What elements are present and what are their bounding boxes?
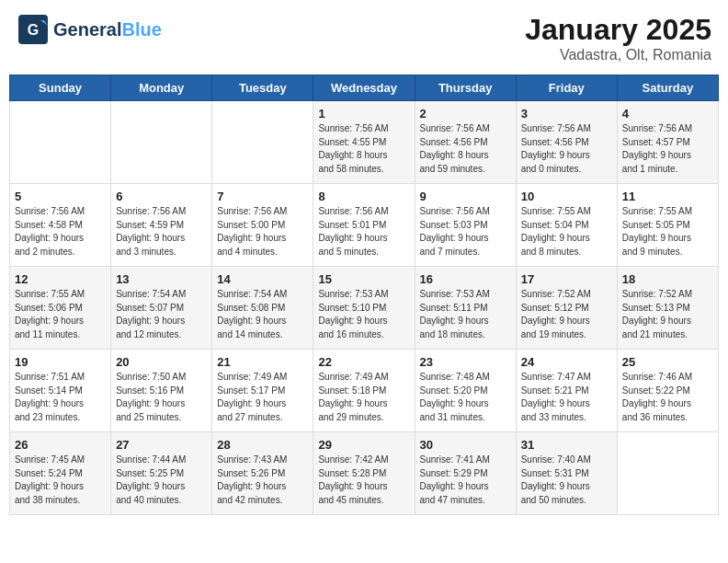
calendar-cell: 22Sunrise: 7:49 AM Sunset: 5:18 PM Dayli…	[313, 350, 415, 432]
calendar-cell: 17Sunrise: 7:52 AM Sunset: 5:12 PM Dayli…	[516, 267, 617, 350]
day-number: 1	[318, 107, 409, 121]
day-number: 30	[420, 438, 511, 452]
day-info: Sunrise: 7:42 AM Sunset: 5:28 PM Dayligh…	[318, 454, 409, 507]
day-number: 23	[420, 355, 511, 369]
day-info: Sunrise: 7:46 AM Sunset: 5:22 PM Dayligh…	[622, 371, 713, 424]
calendar-cell: 30Sunrise: 7:41 AM Sunset: 5:29 PM Dayli…	[415, 432, 516, 515]
day-info: Sunrise: 7:48 AM Sunset: 5:20 PM Dayligh…	[420, 371, 511, 424]
day-number: 10	[521, 190, 612, 203]
day-number: 11	[622, 190, 713, 203]
day-info: Sunrise: 7:51 AM Sunset: 5:14 PM Dayligh…	[15, 371, 106, 424]
day-number: 26	[15, 438, 106, 452]
day-info: Sunrise: 7:54 AM Sunset: 5:07 PM Dayligh…	[116, 288, 207, 341]
day-info: Sunrise: 7:56 AM Sunset: 4:56 PM Dayligh…	[420, 122, 511, 176]
calendar-cell: 21Sunrise: 7:49 AM Sunset: 5:17 PM Dayli…	[212, 350, 313, 432]
calendar-cell: 10Sunrise: 7:55 AM Sunset: 5:04 PM Dayli…	[516, 184, 617, 267]
calendar-cell: 19Sunrise: 7:51 AM Sunset: 5:14 PM Dayli…	[10, 350, 111, 432]
day-number: 19	[15, 355, 106, 369]
calendar-cell	[617, 432, 718, 515]
week-row-3: 12Sunrise: 7:55 AM Sunset: 5:06 PM Dayli…	[10, 267, 719, 350]
calendar-cell: 16Sunrise: 7:53 AM Sunset: 5:11 PM Dayli…	[415, 267, 516, 350]
day-info: Sunrise: 7:49 AM Sunset: 5:17 PM Dayligh…	[217, 371, 308, 424]
day-number: 16	[420, 272, 511, 286]
weekday-header-sunday: Sunday	[10, 75, 111, 101]
day-info: Sunrise: 7:50 AM Sunset: 5:16 PM Dayligh…	[116, 371, 207, 424]
calendar-cell	[212, 101, 313, 184]
calendar-cell: 8Sunrise: 7:56 AM Sunset: 5:01 PM Daylig…	[313, 184, 415, 267]
day-number: 18	[622, 272, 713, 286]
calendar-cell: 13Sunrise: 7:54 AM Sunset: 5:07 PM Dayli…	[111, 267, 212, 350]
day-info: Sunrise: 7:56 AM Sunset: 5:00 PM Dayligh…	[217, 205, 308, 259]
day-info: Sunrise: 7:56 AM Sunset: 4:55 PM Dayligh…	[318, 122, 409, 176]
day-number: 20	[116, 355, 207, 369]
calendar-cell: 18Sunrise: 7:52 AM Sunset: 5:13 PM Dayli…	[617, 267, 718, 350]
calendar-body: 1Sunrise: 7:56 AM Sunset: 4:55 PM Daylig…	[10, 101, 719, 515]
day-info: Sunrise: 7:56 AM Sunset: 5:01 PM Dayligh…	[318, 205, 409, 259]
weekday-header-friday: Friday	[516, 75, 617, 101]
calendar-cell: 29Sunrise: 7:42 AM Sunset: 5:28 PM Dayli…	[313, 432, 415, 515]
month-title: January 2025	[525, 13, 711, 47]
location-title: Vadastra, Olt, Romania	[525, 47, 711, 63]
day-info: Sunrise: 7:52 AM Sunset: 5:13 PM Dayligh…	[622, 288, 713, 341]
weekday-header-tuesday: Tuesday	[212, 75, 313, 101]
day-info: Sunrise: 7:43 AM Sunset: 5:26 PM Dayligh…	[217, 454, 308, 507]
calendar-cell: 4Sunrise: 7:56 AM Sunset: 4:57 PM Daylig…	[617, 101, 718, 184]
day-number: 7	[217, 190, 308, 203]
day-number: 2	[420, 107, 511, 121]
calendar-cell: 20Sunrise: 7:50 AM Sunset: 5:16 PM Dayli…	[111, 350, 212, 432]
calendar-cell: 2Sunrise: 7:56 AM Sunset: 4:56 PM Daylig…	[415, 101, 516, 184]
week-row-4: 19Sunrise: 7:51 AM Sunset: 5:14 PM Dayli…	[10, 350, 719, 432]
calendar-table: SundayMondayTuesdayWednesdayThursdayFrid…	[9, 75, 719, 515]
weekday-header-saturday: Saturday	[617, 75, 718, 101]
calendar-cell: 24Sunrise: 7:47 AM Sunset: 5:21 PM Dayli…	[516, 350, 617, 432]
day-info: Sunrise: 7:41 AM Sunset: 5:29 PM Dayligh…	[420, 454, 511, 507]
day-number: 27	[116, 438, 207, 452]
calendar-cell: 15Sunrise: 7:53 AM Sunset: 5:10 PM Dayli…	[313, 267, 415, 350]
calendar-cell: 27Sunrise: 7:44 AM Sunset: 5:25 PM Dayli…	[111, 432, 212, 515]
weekday-header-row: SundayMondayTuesdayWednesdayThursdayFrid…	[10, 75, 719, 101]
day-info: Sunrise: 7:56 AM Sunset: 5:03 PM Dayligh…	[420, 205, 511, 259]
calendar-cell	[10, 101, 111, 184]
day-info: Sunrise: 7:45 AM Sunset: 5:24 PM Dayligh…	[15, 454, 106, 507]
day-number: 12	[15, 272, 106, 286]
calendar-cell: 31Sunrise: 7:40 AM Sunset: 5:31 PM Dayli…	[516, 432, 617, 515]
day-number: 8	[318, 190, 409, 203]
calendar-cell: 5Sunrise: 7:56 AM Sunset: 4:58 PM Daylig…	[10, 184, 111, 267]
day-number: 29	[318, 438, 409, 452]
title-block: January 2025 Vadastra, Olt, Romania	[525, 13, 711, 63]
day-number: 4	[622, 107, 713, 121]
day-info: Sunrise: 7:56 AM Sunset: 4:57 PM Dayligh…	[622, 122, 713, 176]
day-info: Sunrise: 7:40 AM Sunset: 5:31 PM Dayligh…	[521, 454, 612, 507]
week-row-5: 26Sunrise: 7:45 AM Sunset: 5:24 PM Dayli…	[10, 432, 719, 515]
calendar-cell: 9Sunrise: 7:56 AM Sunset: 5:03 PM Daylig…	[415, 184, 516, 267]
day-number: 3	[521, 107, 612, 121]
day-info: Sunrise: 7:56 AM Sunset: 4:58 PM Dayligh…	[15, 205, 106, 259]
day-number: 15	[318, 272, 409, 286]
weekday-header-monday: Monday	[111, 75, 212, 101]
day-number: 28	[217, 438, 308, 452]
day-info: Sunrise: 7:55 AM Sunset: 5:04 PM Dayligh…	[521, 205, 612, 259]
day-number: 22	[318, 355, 409, 369]
day-number: 13	[116, 272, 207, 286]
day-number: 24	[521, 355, 612, 369]
calendar-cell: 23Sunrise: 7:48 AM Sunset: 5:20 PM Dayli…	[415, 350, 516, 432]
day-info: Sunrise: 7:52 AM Sunset: 5:12 PM Dayligh…	[521, 288, 612, 341]
calendar-cell: 7Sunrise: 7:56 AM Sunset: 5:00 PM Daylig…	[212, 184, 313, 267]
calendar-cell: 26Sunrise: 7:45 AM Sunset: 5:24 PM Dayli…	[10, 432, 111, 515]
day-number: 17	[521, 272, 612, 286]
day-number: 5	[15, 190, 106, 203]
logo-text: GeneralBlue	[53, 19, 162, 40]
day-info: Sunrise: 7:56 AM Sunset: 4:56 PM Dayligh…	[521, 122, 612, 176]
day-info: Sunrise: 7:54 AM Sunset: 5:08 PM Dayligh…	[217, 288, 308, 341]
calendar-cell: 12Sunrise: 7:55 AM Sunset: 5:06 PM Dayli…	[10, 267, 111, 350]
day-number: 25	[622, 355, 713, 369]
calendar-cell: 3Sunrise: 7:56 AM Sunset: 4:56 PM Daylig…	[516, 101, 617, 184]
day-number: 21	[217, 355, 308, 369]
day-info: Sunrise: 7:53 AM Sunset: 5:11 PM Dayligh…	[420, 288, 511, 341]
calendar-cell: 1Sunrise: 7:56 AM Sunset: 4:55 PM Daylig…	[313, 101, 415, 184]
logo-icon: G	[17, 13, 50, 46]
day-info: Sunrise: 7:49 AM Sunset: 5:18 PM Dayligh…	[318, 371, 409, 424]
weekday-header-thursday: Thursday	[415, 75, 516, 101]
svg-text:G: G	[28, 22, 39, 38]
calendar-cell: 14Sunrise: 7:54 AM Sunset: 5:08 PM Dayli…	[212, 267, 313, 350]
